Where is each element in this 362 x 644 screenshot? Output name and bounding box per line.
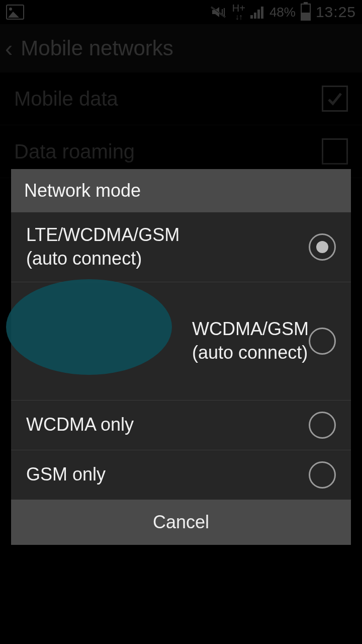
cancel-button[interactable]: Cancel [11,500,351,545]
option-lte-wcdma-gsm[interactable]: LTE/WCDMA/GSM (auto connect) [11,212,351,282]
dialog-title: Network mode [11,169,351,212]
option-label: WCDMA only [26,413,134,437]
network-mode-dialog: Network mode LTE/WCDMA/GSM (auto connect… [11,169,351,545]
option-label: WCDMA/GSM (auto connect) [192,317,309,365]
option-label: LTE/WCDMA/GSM (auto connect) [26,223,179,271]
option-label: GSM only [26,463,106,487]
option-gsm-only[interactable]: GSM only [11,450,351,500]
option-wcdma-only[interactable]: WCDMA only [11,400,351,450]
radio-icon [309,412,336,439]
radio-icon [309,328,336,355]
radio-icon [309,461,336,489]
dialog-options: LTE/WCDMA/GSM (auto connect) WCDMA/GSM (… [11,212,351,500]
option-wcdma-gsm[interactable]: WCDMA/GSM (auto connect) [11,282,351,400]
radio-icon [309,233,336,261]
highlight-ellipse [6,279,172,375]
